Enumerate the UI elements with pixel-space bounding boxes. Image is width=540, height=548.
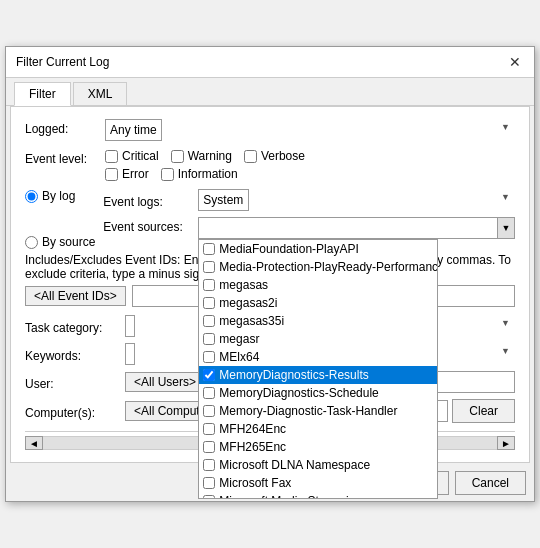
by-log-radio[interactable] [25,190,38,203]
checkbox-warning: Warning [171,149,232,163]
dropdown-item-checkbox-13[interactable] [203,477,215,489]
event-logs-select-wrapper: System [198,189,515,211]
dropdown-item-checkbox-1[interactable] [203,261,215,273]
verbose-label: Verbose [261,149,305,163]
scroll-left-button[interactable]: ◄ [25,436,43,450]
critical-checkbox[interactable] [105,150,118,163]
by-source-label: By source [42,235,95,249]
dropdown-item-label-5: megasr [219,332,259,346]
tab-bar: Filter XML [6,78,534,106]
dropdown-item-label-4: megasas35i [219,314,284,328]
dropdown-item-checkbox-8[interactable] [203,387,215,399]
dropdown-item-label-12: Microsoft DLNA Namespace [219,458,370,472]
tab-filter[interactable]: Filter [14,82,71,106]
dropdown-item-checkbox-7[interactable] [203,369,215,381]
dropdown-item-checkbox-12[interactable] [203,459,215,471]
dropdown-item-checkbox-2[interactable] [203,279,215,291]
dropdown-item-label-3: megasas2i [219,296,277,310]
dropdown-item-checkbox-9[interactable] [203,405,215,417]
dropdown-item-10[interactable]: MFH264Enc [199,420,437,438]
dropdown-item-checkbox-11[interactable] [203,441,215,453]
dropdown-item-8[interactable]: MemoryDiagnostics-Schedule [199,384,437,402]
checkbox-critical: Critical [105,149,159,163]
dropdown-item-9[interactable]: Memory-Diagnostic-Task-Handler [199,402,437,420]
event-sources-arrow[interactable]: ▼ [497,217,515,239]
dropdown-item-14[interactable]: Microsoft Media Streaming [199,492,437,499]
clear-button[interactable]: Clear [452,399,515,423]
dropdown-item-label-2: megasas [219,278,268,292]
task-select[interactable] [125,315,135,337]
close-button[interactable]: ✕ [506,53,524,71]
all-users-button[interactable]: <All Users> [125,372,205,392]
dropdown-item-checkbox-3[interactable] [203,297,215,309]
logged-select[interactable]: Any time [105,119,162,141]
error-label: Error [122,167,149,181]
dropdown-item-label-1: Media-Protection-PlayReady-Performance [219,260,438,274]
dropdown-item-checkbox-5[interactable] [203,333,215,345]
checkboxes-row-2: Error Information [105,167,515,181]
dropdown-item-label-7: MemoryDiagnostics-Results [219,368,368,382]
logged-select-wrapper: Any time [105,119,515,141]
main-content: Logged: Any time Event level: Critical [10,106,530,463]
event-sources-list: MediaFoundation-PlayAPIMedia-Protection-… [198,239,438,499]
dropdown-item-checkbox-10[interactable] [203,423,215,435]
event-sources-input[interactable] [198,217,515,239]
radio-group: By log By source [25,189,95,249]
logged-label: Logged: [25,119,105,136]
dropdown-item-7[interactable]: MemoryDiagnostics-Results [199,366,437,384]
information-checkbox[interactable] [161,168,174,181]
cancel-button[interactable]: Cancel [455,471,526,495]
event-logs-select[interactable]: System [198,189,249,211]
user-label: User: [25,374,125,391]
verbose-checkbox[interactable] [244,150,257,163]
dropdown-item-label-10: MFH264Enc [219,422,286,436]
event-level-label: Event level: [25,149,105,166]
warning-label: Warning [188,149,232,163]
dropdown-item-checkbox-14[interactable] [203,495,215,499]
dropdown-item-13[interactable]: Microsoft Fax [199,474,437,492]
event-level-row: Event level: Critical Warning Verbose [25,149,515,181]
error-checkbox[interactable] [105,168,118,181]
logged-row: Logged: Any time [25,119,515,141]
dropdown-item-label-13: Microsoft Fax [219,476,291,490]
log-source-row: By log By source Event logs: System [25,189,515,249]
dropdown-item-checkbox-0[interactable] [203,243,215,255]
dropdown-item-checkbox-6[interactable] [203,351,215,363]
critical-label: Critical [122,149,159,163]
by-log-radio-item: By log [25,189,95,203]
warning-checkbox[interactable] [171,150,184,163]
filter-dialog: Filter Current Log ✕ Filter XML Logged: … [5,46,535,502]
dropdown-item-0[interactable]: MediaFoundation-PlayAPI [199,240,437,258]
dropdown-item-5[interactable]: megasr [199,330,437,348]
event-sources-label: Event sources: [103,217,198,234]
checkbox-verbose: Verbose [244,149,305,163]
keywords-select[interactable] [125,343,135,365]
dropdown-item-1[interactable]: Media-Protection-PlayReady-Performance [199,258,437,276]
clear-icon: C [469,404,478,418]
all-event-ids-button[interactable]: <All Event IDs> [25,286,126,306]
dropdown-item-label-14: Microsoft Media Streaming [219,494,362,499]
dropdown-item-6[interactable]: MElx64 [199,348,437,366]
checkbox-information: Information [161,167,238,181]
dropdown-item-3[interactable]: megasas2i [199,294,437,312]
dropdown-item-2[interactable]: megasas [199,276,437,294]
title-bar: Filter Current Log ✕ [6,47,534,78]
by-source-radio[interactable] [25,236,38,249]
scroll-right-button[interactable]: ► [497,436,515,450]
by-log-label: By log [42,189,75,203]
checkboxes-container: Critical Warning Verbose Error [105,149,515,181]
tab-xml[interactable]: XML [73,82,128,105]
dropdown-item-11[interactable]: MFH265Enc [199,438,437,456]
dropdown-item-12[interactable]: Microsoft DLNA Namespace [199,456,437,474]
dropdown-item-label-9: Memory-Diagnostic-Task-Handler [219,404,397,418]
dropdown-item-checkbox-4[interactable] [203,315,215,327]
event-sources-row: Event sources: ▼ MediaFoundation-PlayAPI… [103,217,515,239]
computers-label: Computer(s): [25,403,125,420]
by-source-radio-item: By source [25,235,95,249]
dropdown-item-label-11: MFH265Enc [219,440,286,454]
event-logs-label: Event logs: [103,192,198,209]
dialog-title: Filter Current Log [16,55,109,69]
event-logs-row: Event logs: System [103,189,515,211]
dropdown-item-4[interactable]: megasas35i [199,312,437,330]
dropdown-item-label-0: MediaFoundation-PlayAPI [219,242,358,256]
